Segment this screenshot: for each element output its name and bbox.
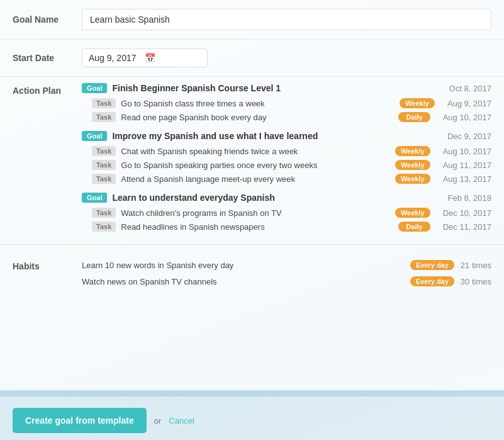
habit-item-1: Learn 10 new words in Spanish every day … [82,260,491,270]
task-date-2-2: Aug 11, 2017 [443,161,491,170]
goal-item-1: Goal Finish Beginner Spanish Course Leve… [82,83,491,93]
start-date-field-wrapper: Aug 9, 2017 📅 [82,48,491,67]
goal-name-input[interactable] [82,9,491,30]
task-item-1-1: Task Go to Spanish class three times a w… [82,98,491,108]
freq-badge-1-2: Daily [398,112,430,122]
goal-badge-2: Goal [82,131,107,141]
habits-content: Learn 10 new words in Spanish every day … [82,260,491,293]
task-title-3-1: Watch children's programs in Spanish on … [121,208,395,218]
freq-badge-2-2: Weekly [395,160,430,170]
task-date-3-1: Dec 10, 2017 [443,208,491,218]
freq-badge-1-1: Weekly [400,98,435,108]
task-title-1-2: Read one page Spanish book every day [121,113,398,122]
date-input-wrapper[interactable]: Aug 9, 2017 📅 [82,48,208,67]
habits-section: Habits Learn 10 new words in Spanish eve… [0,250,504,296]
start-date-label: Start Date [13,53,82,63]
task-date-2-3: Aug 13, 2017 [443,174,491,184]
task-item-2-2: Task Go to Spanish speaking parties once… [82,160,491,170]
calendar-icon[interactable]: 📅 [145,53,201,63]
task-item-3-2: Task Read headlines in Spanish newspaper… [82,222,491,232]
goal-item-2: Goal Improve my Spanish and use what I h… [82,131,491,141]
freq-badge-3-1: Weekly [395,208,430,218]
goal-item-3: Goal Learn to understand everyday Spanis… [82,193,491,203]
goal-name-row: Goal Name [0,0,504,40]
task-title-3-2: Read headlines in Spanish newspapers [121,222,398,232]
task-badge-2-1: Task [92,146,116,156]
habits-label: Habits [13,260,82,271]
freq-badge-2-3: Weekly [395,174,430,184]
task-badge-1-1: Task [92,98,116,108]
habit-title-1: Learn 10 new words in Spanish every day [82,261,410,270]
task-badge-1-2: Task [92,112,116,122]
goal-date-3: Feb 8, 2018 [448,193,491,203]
task-badge-2-2: Task [92,160,116,170]
footer-area: Create goal from template or Cancel [0,397,504,440]
create-goal-button[interactable]: Create goal from template [13,408,147,433]
habit-times-2: 30 times [461,277,491,286]
task-date-1-2: Aug 10, 2017 [443,113,491,122]
task-item-2-3: Task Attend a Spanish language meet-up e… [82,174,491,184]
task-badge-2-3: Task [92,174,116,184]
goal-title-3: Learn to understand everyday Spanish [112,193,441,203]
goal-date-2: Dec 9, 2017 [447,132,491,141]
task-item-3-1: Task Watch children's programs in Spanis… [82,208,491,218]
goal-date-1: Oct 8, 2017 [449,84,491,93]
habit-title-2: Watch news on Spanish TV channels [82,277,410,286]
task-title-2-3: Attend a Spanish language meet-up every … [121,174,395,184]
start-date-value: Aug 9, 2017 [89,53,145,63]
main-container: Goal Name Start Date Aug 9, 2017 📅 Actio… [0,0,504,390]
action-plan-content: Goal Finish Beginner Spanish Course Leve… [82,83,491,235]
goal-badge-3: Goal [82,193,107,203]
task-date-3-2: Dec 11, 2017 [443,222,491,232]
or-text: or [154,416,162,426]
goal-title-2: Improve my Spanish and use what I have l… [112,131,440,141]
cancel-link[interactable]: Cancel [169,416,194,426]
task-item-1-2: Task Read one page Spanish book every da… [82,112,491,122]
goal-name-label: Goal Name [13,14,82,25]
task-date-1-1: Aug 9, 2017 [447,99,491,108]
habit-item-2: Watch news on Spanish TV channels Every … [82,276,491,286]
freq-badge-2-1: Weekly [395,146,430,156]
start-date-row: Start Date Aug 9, 2017 📅 [0,40,504,77]
action-plan-section: Action Plan Goal Finish Beginner Spanish… [0,77,504,242]
freq-badge-3-2: Daily [398,222,430,232]
habit-times-1: 21 times [461,261,491,270]
goal-badge-1: Goal [82,83,107,93]
task-date-2-1: Aug 10, 2017 [443,147,491,156]
goal-title-1: Finish Beginner Spanish Course Level 1 [112,83,442,93]
task-title-1-1: Go to Spanish class three times a week [121,99,400,108]
goal-name-field-wrapper [82,9,491,30]
task-title-2-2: Go to Spanish speaking parties once ever… [121,161,395,170]
habit-freq-2: Every day [410,276,454,286]
task-badge-3-2: Task [92,222,116,232]
task-item-2-1: Task Chat with Spanish speaking friends … [82,146,491,156]
task-badge-3-1: Task [92,208,116,218]
habit-freq-1: Every day [410,260,454,270]
task-title-2-1: Chat with Spanish speaking friends twice… [121,147,395,156]
action-plan-label: Action Plan [13,83,82,96]
